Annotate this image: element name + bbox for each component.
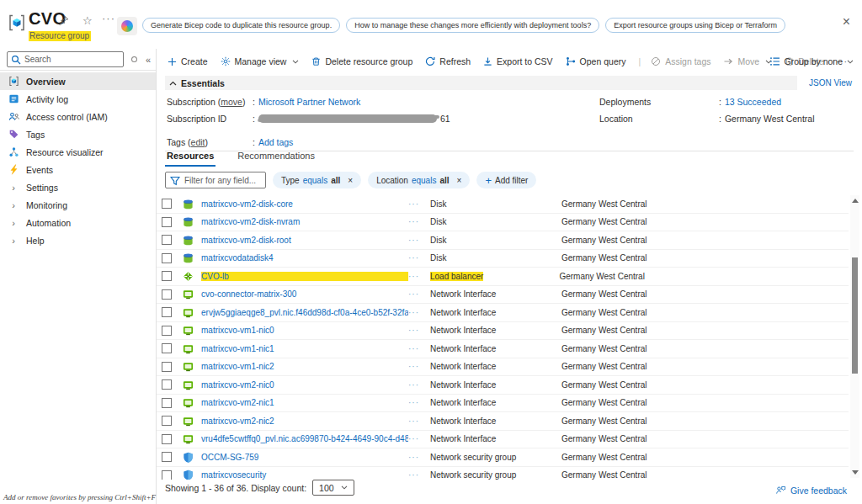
resource-name-link[interactable]: OCCM-SG-759 [201, 453, 408, 462]
sidebar-item-help[interactable]: › Help [0, 231, 156, 249]
row-more-icon[interactable]: ··· [408, 199, 430, 209]
scroll-up-icon[interactable] [852, 199, 859, 203]
table-row[interactable]: matrixcvo-vm2-nic1 ··· Network Interface… [157, 395, 849, 413]
table-row[interactable]: matrixcvo-vm2-nic2 ··· Network Interface… [157, 412, 849, 431]
table-row[interactable]: matrixcvo-vm2-disk-nvram ··· Disk German… [157, 214, 849, 232]
sidebar-item-overview[interactable]: Overview [0, 72, 156, 90]
table-row[interactable]: matrixcvo-vm1-nic1 ··· Network Interface… [157, 340, 849, 358]
filter-input[interactable] [184, 172, 262, 188]
table-row[interactable]: matrixcvodatadisk4 ··· Disk Germany West… [157, 250, 849, 268]
resource-name-link[interactable]: CVO-lb [201, 272, 408, 281]
create-button[interactable]: Create [168, 56, 208, 66]
copilot-chip-export-groups[interactable]: Export resource groups using Bicep or Te… [605, 18, 785, 33]
resource-name-link[interactable]: matrixcvodatadisk4 [201, 253, 408, 263]
filter-pill-location[interactable]: Location equals all × [368, 172, 470, 188]
close-icon[interactable]: × [843, 14, 850, 29]
row-checkbox[interactable] [162, 398, 172, 408]
table-row[interactable]: matrixcvo-vm2-nic0 ··· Network Interface… [157, 376, 849, 395]
row-checkbox[interactable] [162, 379, 172, 390]
tab-recommendations[interactable]: Recommendations [236, 148, 317, 167]
row-checkbox[interactable] [162, 235, 172, 245]
row-more-icon[interactable]: ··· [408, 289, 430, 299]
resource-name-link[interactable]: matrixcvo-vm2-nic2 [201, 416, 408, 426]
table-row[interactable]: vru4dfe5cwtffq0_pvl.nic.ac699870-b424-46… [157, 431, 849, 449]
header-more-icon[interactable]: ··· [102, 12, 115, 24]
display-count-select[interactable]: 100 [312, 480, 354, 496]
table-row[interactable]: ervjw5ggiaeqge8_pvl.nic.f46dd98d-cf0a-4c… [157, 304, 849, 322]
table-scrollbar[interactable] [850, 195, 859, 478]
row-checkbox[interactable] [162, 362, 172, 372]
sidebar-search-input[interactable] [24, 52, 124, 66]
table-row[interactable]: matrixcvo-vm2-disk-core ··· Disk Germany… [157, 195, 849, 214]
row-more-icon[interactable]: ··· [408, 272, 430, 281]
refresh-button[interactable]: Refresh [425, 56, 471, 66]
row-checkbox[interactable] [162, 307, 172, 317]
row-more-icon[interactable]: ··· [408, 470, 430, 480]
row-more-icon[interactable]: ··· [408, 308, 430, 317]
sidebar-item-activity-log[interactable]: Activity log [0, 90, 156, 108]
sidebar-item-resource-visualizer[interactable]: Resource visualizer [0, 143, 156, 161]
remove-filter-icon[interactable]: × [348, 176, 353, 185]
row-more-icon[interactable]: ··· [408, 344, 430, 353]
table-row[interactable]: matrixcvo-vm1-nic2 ··· Network Interface… [157, 358, 849, 377]
delete-resource-group-button[interactable]: Delete resource group [311, 56, 412, 66]
row-checkbox[interactable] [162, 199, 172, 209]
resource-name-link[interactable]: vru4dfe5cwtffq0_pvl.nic.ac699870-b424-46… [201, 434, 408, 443]
row-checkbox[interactable] [162, 343, 172, 353]
export-to-csv-button[interactable]: Export to CSV [483, 56, 553, 66]
table-row[interactable]: matrixcvo-vm2-disk-root ··· Disk Germany… [157, 231, 849, 250]
resource-name-link[interactable]: matrixcvo-vm1-nic2 [201, 362, 408, 371]
move-link[interactable]: move [221, 97, 242, 107]
favorite-star-icon[interactable]: ☆ [82, 14, 93, 27]
add-filter-button[interactable]: + Add filter [476, 172, 536, 188]
essentials-header[interactable]: Essentials [165, 76, 797, 90]
scrollbar-thumb[interactable] [852, 257, 858, 374]
row-more-icon[interactable]: ··· [408, 380, 430, 390]
row-checkbox[interactable] [162, 253, 172, 263]
resource-name-link[interactable]: matrixcvo-vm2-disk-core [201, 199, 408, 209]
row-checkbox[interactable] [162, 434, 172, 444]
resource-name-link[interactable]: cvo-connector-matrix-300 [201, 289, 408, 299]
resource-name-link[interactable]: matrixcvo-vm2-disk-nvram [201, 217, 408, 226]
row-more-icon[interactable]: ··· [408, 236, 430, 245]
manage-view-button[interactable]: Manage view [221, 56, 300, 66]
remove-filter-icon[interactable]: × [457, 176, 462, 185]
deployments-link[interactable]: 13 Succeeded [725, 97, 781, 107]
sidebar-search-box[interactable] [7, 51, 124, 67]
edit-tags-link[interactable]: edit [191, 137, 205, 147]
table-row[interactable]: CVO-lb ··· Load balancer Germany West Ce… [157, 268, 849, 286]
move-button[interactable]: Move [723, 56, 772, 66]
row-more-icon[interactable]: ··· [408, 453, 430, 462]
subscription-link[interactable]: Microsoft Partner Network [258, 97, 360, 107]
assign-tags-button[interactable]: Assign tags [651, 56, 710, 66]
row-checkbox[interactable] [162, 416, 172, 426]
collapse-sidebar-icon[interactable]: « [146, 55, 151, 65]
table-row[interactable]: OCCM-SG-759 ··· Network security group G… [157, 448, 849, 467]
row-more-icon[interactable]: ··· [408, 416, 430, 426]
open-query-button[interactable]: Open query [566, 56, 626, 66]
row-checkbox[interactable] [162, 452, 172, 462]
sidebar-item-events[interactable]: Events [0, 161, 156, 178]
sidebar-item-settings[interactable]: › Settings [0, 178, 156, 196]
pin-icon[interactable] [58, 15, 69, 29]
row-more-icon[interactable]: ··· [408, 217, 430, 226]
copilot-chip-bicep-duplicate[interactable]: Generate Bicep code to duplicate this re… [142, 18, 340, 33]
table-row[interactable]: cvo-connector-matrix-300 ··· Network Int… [157, 286, 849, 305]
copilot-chip-manage-changes[interactable]: How to manage these changes more efficie… [346, 18, 599, 33]
json-view-link[interactable]: JSON View [809, 78, 852, 88]
row-checkbox[interactable] [162, 271, 172, 281]
row-more-icon[interactable]: ··· [408, 326, 430, 335]
row-checkbox[interactable] [162, 326, 172, 336]
add-tags-link[interactable]: Add tags [258, 137, 293, 147]
resource-name-link[interactable]: matrixcvo-vm2-nic1 [201, 398, 408, 407]
resource-name-link[interactable]: ervjw5ggiaeqge8_pvl.nic.f46dd98d-cf0a-4c… [201, 308, 408, 317]
scroll-down-icon[interactable] [852, 470, 859, 475]
sidebar-item-tags[interactable]: Tags [0, 125, 156, 143]
row-more-icon[interactable]: ··· [408, 362, 430, 371]
row-more-icon[interactable]: ··· [408, 253, 430, 263]
row-more-icon[interactable]: ··· [408, 434, 430, 443]
table-row[interactable]: matrixcvosecurity ··· Network security g… [157, 467, 849, 480]
resource-name-link[interactable]: matrixcvo-vm1-nic1 [201, 344, 408, 353]
group-by-dropdown[interactable]: Group by none [769, 49, 854, 74]
filter-pill-type[interactable]: Type equals all × [273, 172, 361, 188]
